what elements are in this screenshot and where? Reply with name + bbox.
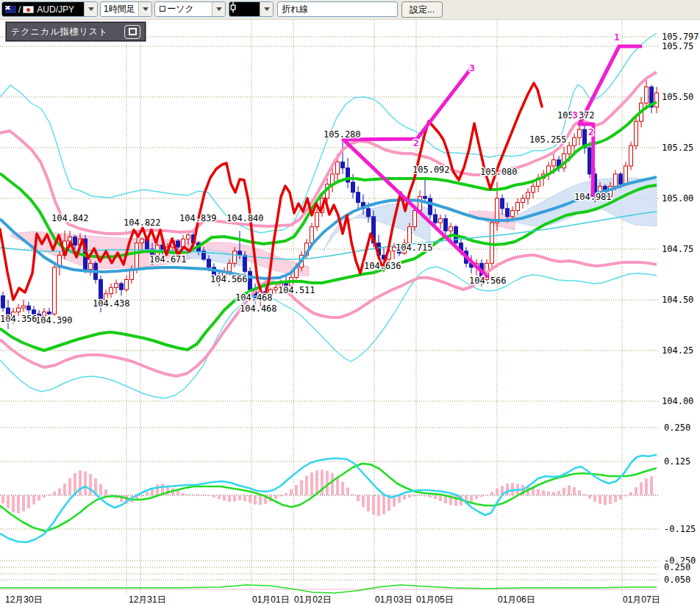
svg-text:01月03日: 01月03日: [375, 594, 413, 604]
australia-flag-icon: [5, 6, 16, 13]
currency-pair-select[interactable]: / AUD/JPY: [1, 1, 98, 17]
svg-text:0.050: 0.050: [664, 575, 690, 585]
timeframe-select[interactable]: 1時間足: [100, 1, 152, 17]
settings-button[interactable]: 設定...: [401, 1, 443, 18]
fx-chart-window: 104.842104.822104.839104.840104.671104.4…: [0, 0, 700, 604]
svg-text:104.840: 104.840: [226, 213, 264, 223]
svg-text:105.255: 105.255: [529, 134, 567, 145]
svg-text:105.00: 105.00: [662, 193, 693, 204]
svg-text:104.390: 104.390: [35, 315, 73, 326]
svg-text:104.715: 104.715: [396, 242, 433, 253]
chevron-down-icon: [88, 7, 94, 11]
svg-text:104.75: 104.75: [662, 244, 693, 254]
draw-tool-dropdown-arrow[interactable]: [260, 2, 273, 16]
svg-text:104.468: 104.468: [235, 292, 273, 303]
chevron-down-icon: [264, 7, 270, 11]
svg-text:105.50: 105.50: [662, 92, 693, 102]
svg-text:01月01日: 01月01日: [252, 594, 290, 604]
svg-text:01月05日: 01月05日: [416, 594, 454, 604]
svg-text:2: 2: [588, 126, 594, 137]
wave-count-labels: 23321: [413, 32, 620, 148]
svg-text:105.080: 105.080: [480, 167, 518, 177]
svg-text:104.839: 104.839: [179, 213, 217, 223]
svg-text:2: 2: [413, 137, 419, 148]
draw-tool-select[interactable]: [229, 1, 274, 17]
svg-text:104.468: 104.468: [240, 303, 277, 314]
svg-text:104.822: 104.822: [124, 217, 161, 228]
timeframe-label: 1時間足: [101, 2, 138, 16]
svg-text:01月02日: 01月02日: [294, 594, 332, 604]
svg-text:105.280: 105.280: [324, 129, 361, 140]
svg-text:12月31日: 12月31日: [129, 594, 166, 604]
svg-text:3: 3: [572, 109, 578, 121]
japan-flag-icon: [23, 6, 34, 13]
svg-text:104.356: 104.356: [0, 314, 38, 324]
svg-text:01月07日: 01月07日: [623, 594, 660, 604]
svg-text:105.092: 105.092: [413, 165, 450, 175]
svg-text:104.25: 104.25: [662, 345, 693, 356]
pair-dropdown-arrow[interactable]: [84, 2, 97, 16]
svg-text:0.125: 0.125: [664, 456, 690, 467]
chart-toolbar: / AUD/JPY 1時間足 ローソク 設定...: [0, 0, 700, 20]
restore-window-button[interactable]: [124, 25, 140, 39]
pair-flags: /: [5, 4, 34, 15]
date-axis-labels: 12月30日12月31日01月01日01月02日01月03日01月05日01月0…: [5, 594, 660, 604]
chart-type-select[interactable]: ローソク: [154, 1, 226, 17]
currency-pair-label: AUD/JPY: [37, 4, 74, 15]
svg-text:-0.125: -0.125: [664, 524, 696, 534]
macd-panel-layer: [0, 455, 657, 593]
restore-window-icon: [129, 28, 137, 35]
svg-text:104.566: 104.566: [210, 274, 248, 284]
svg-text:104.438: 104.438: [93, 298, 130, 309]
svg-text:104.842: 104.842: [51, 213, 89, 223]
svg-text:104.671: 104.671: [149, 254, 187, 265]
svg-text:105.75: 105.75: [662, 41, 693, 51]
draw-mode-input[interactable]: [277, 1, 398, 17]
svg-text:105.25: 105.25: [662, 143, 693, 153]
chevron-down-icon: [143, 7, 149, 11]
chevron-down-icon: [216, 7, 222, 11]
indicator-panel-title: テクニカル指標リスト: [11, 26, 124, 38]
candle-icon: [229, 2, 237, 12]
svg-text:01月06日: 01月06日: [498, 594, 535, 604]
svg-text:104.636: 104.636: [364, 261, 401, 271]
svg-text:104.981: 104.981: [574, 192, 612, 202]
svg-text:105.797: 105.797: [662, 32, 699, 42]
svg-text:3: 3: [469, 62, 475, 73]
svg-text:0.250: 0.250: [664, 562, 690, 572]
svg-text:1: 1: [614, 32, 620, 43]
svg-text:104.566: 104.566: [469, 276, 507, 286]
chart-type-label: ローソク: [155, 2, 212, 16]
chart-type-dropdown-arrow[interactable]: [212, 2, 225, 16]
svg-text:12月30日: 12月30日: [5, 594, 43, 604]
flag-separator: /: [18, 4, 21, 15]
technical-indicator-list-panel[interactable]: テクニカル指標リスト: [6, 22, 146, 41]
svg-text:104.00: 104.00: [662, 396, 693, 406]
svg-text:0.250: 0.250: [664, 423, 690, 433]
svg-text:104.511: 104.511: [278, 285, 315, 295]
svg-text:104.50: 104.50: [662, 295, 693, 305]
chart-canvas[interactable]: 104.842104.822104.839104.840104.671104.4…: [0, 0, 700, 604]
timeframe-dropdown-arrow[interactable]: [138, 2, 151, 16]
price-axis-labels: 105.797105.75105.50105.25105.00104.75104…: [662, 32, 699, 585]
